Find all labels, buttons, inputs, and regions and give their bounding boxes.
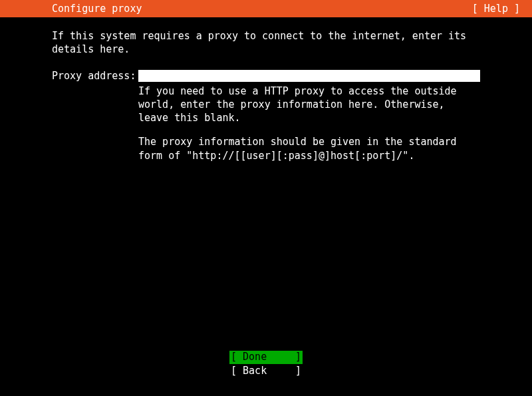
main-content: If this system requires a proxy to conne… <box>0 17 532 173</box>
proxy-field-column: If you need to use a HTTP proxy to acces… <box>138 70 480 173</box>
intro-text: If this system requires a proxy to conne… <box>52 29 480 57</box>
footer-buttons: [ Done ] [ Back ] <box>0 351 532 377</box>
proxy-help-line1: If you need to use a HTTP proxy to acces… <box>138 85 480 125</box>
proxy-address-input[interactable] <box>138 70 480 82</box>
proxy-help-line2: The proxy information should be given in… <box>138 135 480 162</box>
page-title: Configure proxy <box>52 3 142 15</box>
help-button[interactable]: [ Help ] <box>472 3 520 15</box>
proxy-help: If you need to use a HTTP proxy to acces… <box>138 85 480 162</box>
proxy-address-label: Proxy address: <box>52 70 132 82</box>
titlebar: Configure proxy [ Help ] <box>0 0 532 17</box>
done-button[interactable]: [ Done ] <box>229 351 303 364</box>
proxy-row: Proxy address: If you need to use a HTTP… <box>52 70 480 173</box>
back-button[interactable]: [ Back ] <box>229 365 303 378</box>
